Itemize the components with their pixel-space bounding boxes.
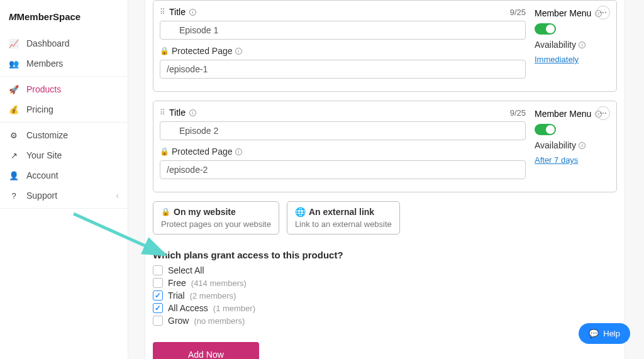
info-icon[interactable]: i xyxy=(235,48,242,55)
plan-row[interactable]: Free (414 members) xyxy=(153,278,617,288)
sidebar: MMemberSpace 📈Dashboard 👥Members 🚀Produc… xyxy=(0,0,128,359)
nav-label: Account xyxy=(26,170,58,180)
nav: 📈Dashboard 👥Members 🚀Products 💰Pricing ⚙… xyxy=(0,31,128,209)
bag-icon: 💰 xyxy=(9,105,19,114)
chevron-left-icon: ‹ xyxy=(116,191,119,201)
protected-page-label: Protected Page xyxy=(172,46,233,56)
card-menu-button[interactable]: ⋯ xyxy=(596,6,610,19)
linktype-sub: Link to an external website xyxy=(295,219,392,229)
plan-row[interactable]: Grow (no members) xyxy=(153,316,617,326)
info-icon[interactable]: i xyxy=(189,109,196,116)
nav-customize[interactable]: ⚙Customize xyxy=(0,125,128,145)
nav-label: Customize xyxy=(26,130,68,140)
nav-yoursite[interactable]: ↗Your Site xyxy=(0,145,128,165)
title-input[interactable] xyxy=(160,21,526,40)
nav-label: Pricing xyxy=(26,104,53,114)
linktype-website[interactable]: 🔒On my website Protect pages on your web… xyxy=(153,201,279,235)
availability-label: Availability xyxy=(535,40,576,50)
info-icon[interactable]: i xyxy=(579,142,586,149)
linktype-title: An external link xyxy=(309,207,374,217)
select-all-label: Select All xyxy=(168,265,204,275)
title-label: Title xyxy=(169,108,186,118)
protected-page-input[interactable] xyxy=(160,160,526,179)
lock-icon: 🔒 xyxy=(160,47,169,55)
plans-question: Which plans grant access to this product… xyxy=(153,250,617,260)
linktype-external[interactable]: 🌐An external link Link to an external we… xyxy=(287,201,400,235)
plan-count: (no members) xyxy=(194,316,245,326)
member-menu-label: Member Menu xyxy=(535,109,591,119)
title-label: Title xyxy=(169,7,186,17)
help-icon: ? xyxy=(9,191,19,201)
checkbox-select-all[interactable] xyxy=(153,265,163,275)
plan-name: Trial xyxy=(168,290,185,301)
external-icon: ↗ xyxy=(9,151,19,160)
chat-icon: 💬 xyxy=(589,329,599,338)
char-counter: 9/25 xyxy=(510,108,526,118)
linktype-title: On my website xyxy=(174,207,236,217)
nav-pricing[interactable]: 💰Pricing xyxy=(0,99,128,119)
plan-name: Grow xyxy=(168,316,189,326)
link-type-row: 🔒On my website Protect pages on your web… xyxy=(153,201,617,235)
protected-page-input[interactable] xyxy=(160,60,526,79)
linktype-sub: Protect pages on your website xyxy=(161,219,271,229)
member-menu-toggle[interactable] xyxy=(535,124,556,135)
plan-count: (414 members) xyxy=(191,279,247,288)
episode-card: ⋯ ⠿Titlei 9/25 🎧 🔒Protected Pagei Member… xyxy=(153,0,617,92)
plan-row[interactable]: Trial (2 members) xyxy=(153,290,617,301)
nav-account[interactable]: 👤Account xyxy=(0,165,128,185)
availability-label: Availability xyxy=(535,140,576,150)
plan-row[interactable]: All Access (1 member) xyxy=(153,303,617,313)
gear-icon: ⚙ xyxy=(9,131,19,140)
plan-checkbox[interactable] xyxy=(153,303,163,313)
help-button[interactable]: 💬Help xyxy=(579,323,630,344)
select-all-row[interactable]: Select All xyxy=(153,265,617,275)
brand-text: MemberSpace xyxy=(17,11,81,22)
card-menu-button[interactable]: ⋯ xyxy=(596,106,610,120)
main-content: ⋯ ⠿Titlei 9/25 🎧 🔒Protected Pagei Member… xyxy=(145,0,625,359)
nav-dashboard[interactable]: 📈Dashboard xyxy=(0,33,128,53)
brand-logo: MMemberSpace xyxy=(0,0,128,31)
plan-name: Free xyxy=(168,278,186,288)
nav-label: Products xyxy=(26,84,61,94)
availability-link[interactable]: Immediately xyxy=(535,55,579,64)
users-icon: 👥 xyxy=(9,59,19,69)
member-menu-label: Member Menu xyxy=(535,8,591,18)
plan-checkbox[interactable] xyxy=(153,278,163,288)
episode-card: ⋯ ⠿Titlei 9/25 🎧 🔒Protected Pagei Member… xyxy=(153,101,617,192)
plan-count: (2 members) xyxy=(190,291,236,301)
drag-handle-icon[interactable]: ⠿ xyxy=(160,8,165,16)
info-icon[interactable]: i xyxy=(579,41,586,48)
nav-label: Members xyxy=(26,58,63,69)
globe-icon: 🌐 xyxy=(295,207,306,217)
plan-checkbox[interactable] xyxy=(153,290,163,301)
info-icon[interactable]: i xyxy=(189,9,196,16)
drag-handle-icon[interactable]: ⠿ xyxy=(160,108,165,117)
protected-page-label: Protected Page xyxy=(172,146,233,157)
lock-icon: 🔒 xyxy=(161,207,170,216)
nav-support[interactable]: ?Support‹ xyxy=(0,185,128,206)
plan-checkbox[interactable] xyxy=(153,316,163,326)
nav-label: Dashboard xyxy=(26,38,70,48)
nav-label: Support xyxy=(26,191,57,201)
chart-icon: 📈 xyxy=(9,39,19,48)
rocket-icon: 🚀 xyxy=(9,85,19,94)
lock-icon: 🔒 xyxy=(160,147,169,156)
nav-products[interactable]: 🚀Products xyxy=(0,79,128,99)
help-label: Help xyxy=(603,329,620,338)
plan-name: All Access xyxy=(168,303,208,313)
title-input[interactable] xyxy=(160,121,526,140)
info-icon[interactable]: i xyxy=(235,148,242,155)
availability-link[interactable]: After 7 days xyxy=(535,155,578,165)
nav-label: Your Site xyxy=(26,150,62,160)
plan-count: (1 member) xyxy=(213,304,255,313)
char-counter: 9/25 xyxy=(510,8,526,17)
add-now-button[interactable]: Add Now xyxy=(153,342,259,359)
member-menu-toggle[interactable] xyxy=(535,23,556,35)
user-icon: 👤 xyxy=(9,171,19,180)
nav-members[interactable]: 👥Members xyxy=(0,53,128,74)
